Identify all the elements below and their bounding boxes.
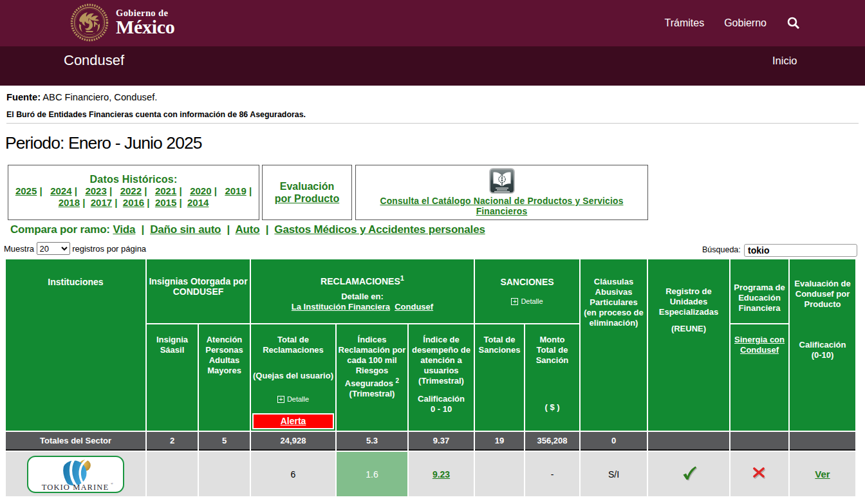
svg-text:TOKIO MARINE: TOKIO MARINE — [42, 483, 109, 492]
svg-text:®: ® — [111, 482, 113, 485]
